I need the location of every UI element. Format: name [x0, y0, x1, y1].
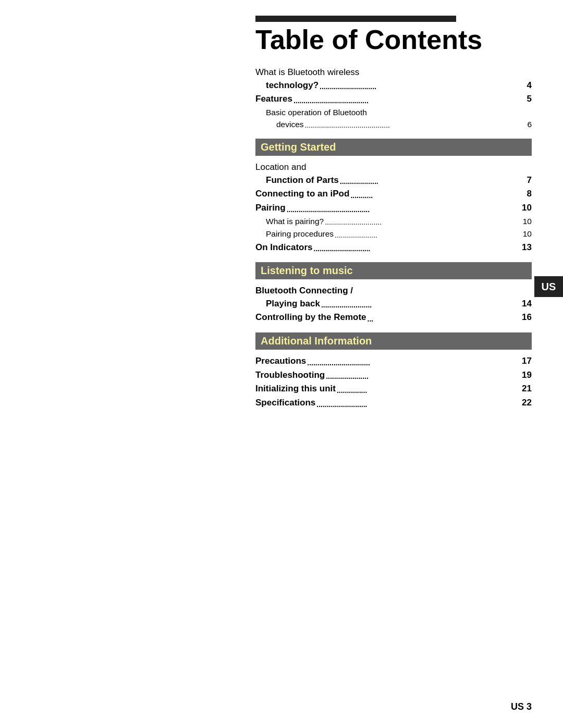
footer-page-number: US 3	[511, 701, 532, 712]
troubleshooting-text: Troubleshooting	[255, 369, 325, 382]
pairing-proc-text: Pairing procedures	[266, 228, 334, 240]
page-title: Table of Contents	[255, 25, 532, 55]
location-dots: ...................	[340, 178, 526, 185]
troubleshooting-row: Troubleshooting ..................... 19	[255, 369, 532, 382]
features-row: Features ...............................…	[255, 93, 532, 106]
what-pairing-dots: ............................	[325, 218, 522, 226]
precautions-row: Precautions ............................…	[255, 355, 532, 368]
what-pairing-text: What is pairing?	[266, 216, 324, 227]
toc-entry-specifications: Specifications .........................…	[255, 397, 532, 410]
what-pairing-page: 10	[523, 216, 532, 227]
toc-entry-bluetooth: What is Bluetooth wireless technology? .…	[255, 66, 532, 92]
bluetooth-line2: technology? ............................…	[255, 79, 532, 92]
troubleshooting-page: 19	[522, 369, 532, 382]
pairing-dots: ........................................…	[287, 206, 521, 213]
indicators-dots: ............................	[314, 245, 521, 252]
specs-page: 22	[522, 397, 532, 410]
bt-conn-line2: Playing back ......................... 1…	[255, 298, 532, 311]
initializing-dots: ...............	[337, 387, 521, 394]
connecting-page: 8	[527, 188, 532, 201]
location-line2: Function of Parts ................... 7	[255, 174, 532, 187]
basic-op-line2: devices ................................…	[266, 119, 532, 130]
initializing-page: 21	[522, 382, 532, 396]
features-text: Features	[255, 93, 292, 106]
getting-started-header: Getting Started	[255, 139, 532, 156]
what-pairing-row: What is pairing? .......................…	[266, 216, 532, 227]
indicators-text: On Indicators	[255, 241, 313, 254]
bluetooth-line1: What is Bluetooth wireless	[255, 66, 532, 79]
toc-entry-indicators: On Indicators ..........................…	[255, 241, 532, 254]
pairing-proc-row: Pairing procedures .....................…	[266, 228, 532, 240]
indicators-row: On Indicators ..........................…	[255, 241, 532, 254]
toc-entry-connecting: Connecting to an iPod ........... 8	[255, 188, 532, 201]
listening-header: Listening to music	[255, 262, 532, 279]
bt-conn-text: Playing back	[266, 298, 320, 311]
pairing-page: 10	[522, 202, 532, 215]
specs-row: Specifications .........................…	[255, 397, 532, 410]
features-page: 5	[527, 93, 532, 106]
connecting-row: Connecting to an iPod ........... 8	[255, 188, 532, 201]
bluetooth-dots: ............................	[320, 83, 525, 90]
toc-entry-pairing: Pairing ................................…	[255, 202, 532, 215]
us-badge: US	[534, 276, 563, 297]
pairing-proc-page: 10	[523, 228, 532, 240]
troubleshooting-dots: .....................	[326, 373, 521, 380]
footer-us-label: US	[511, 701, 524, 712]
pairing-proc-dots: .....................	[335, 231, 522, 239]
bt-conn-dots: .........................	[321, 301, 521, 309]
toc-entry-features: Features ...............................…	[255, 93, 532, 106]
specs-dots: .........................	[316, 401, 521, 408]
toc-entry-location: Location and Function of Parts .........…	[255, 161, 532, 187]
toc-entry-troubleshooting: Troubleshooting ..................... 19	[255, 369, 532, 382]
content-area: Table of Contents What is Bluetooth wire…	[255, 0, 532, 410]
toc-entry-pairing-proc: Pairing procedures .....................…	[255, 228, 532, 240]
features-dots: .....................................	[293, 97, 526, 104]
us-badge-label: US	[542, 281, 556, 293]
initializing-row: Initializing this unit ............... 2…	[255, 382, 532, 396]
listening-label: Listening to music	[261, 265, 353, 276]
toc-entry-bt-connecting: Bluetooth Connecting / Playing back ....…	[255, 285, 532, 310]
footer-3-label: 3	[527, 701, 532, 712]
basic-op-text: devices	[276, 119, 304, 130]
toc-entry-basic-op: Basic operation of Bluetooth devices ...…	[255, 107, 532, 130]
precautions-dots: ...............................	[307, 359, 521, 366]
toc-entry-precautions: Precautions ............................…	[255, 355, 532, 368]
location-page: 7	[527, 174, 532, 187]
controlling-row: Controlling by the Remote ... 16	[255, 311, 532, 324]
controlling-page: 16	[522, 311, 532, 324]
page: Table of Contents What is Bluetooth wire…	[0, 0, 563, 728]
specs-text: Specifications	[255, 397, 315, 410]
additional-info-label: Additional Information	[261, 335, 372, 347]
controlling-dots: ...	[368, 315, 521, 323]
initializing-text: Initializing this unit	[255, 382, 336, 396]
bluetooth-line2-text: technology?	[266, 79, 319, 92]
bluetooth-page: 4	[527, 79, 532, 92]
basic-op-page: 6	[527, 119, 532, 130]
connecting-text: Connecting to an iPod	[255, 188, 349, 201]
basic-op-line1: Basic operation of Bluetooth	[266, 107, 532, 118]
precautions-page: 17	[522, 355, 532, 368]
connecting-dots: ...........	[350, 192, 525, 199]
pairing-text: Pairing	[255, 202, 286, 215]
precautions-text: Precautions	[255, 355, 306, 368]
bt-conn-page: 14	[522, 298, 532, 311]
getting-started-label: Getting Started	[261, 141, 336, 153]
toc-entry-what-pairing: What is pairing? .......................…	[255, 216, 532, 227]
location-line1: Location and	[255, 161, 532, 174]
bt-conn-line1: Bluetooth Connecting /	[255, 285, 532, 298]
pairing-row: Pairing ................................…	[255, 202, 532, 215]
location-text: Function of Parts	[266, 174, 339, 187]
basic-op-dots: ........................................…	[305, 121, 527, 129]
controlling-text: Controlling by the Remote	[255, 311, 366, 324]
toc-entry-controlling: Controlling by the Remote ... 16	[255, 311, 532, 324]
indicators-page: 13	[522, 241, 532, 254]
toc-entry-initializing: Initializing this unit ............... 2…	[255, 382, 532, 396]
additional-info-header: Additional Information	[255, 332, 532, 350]
top-bar	[255, 16, 456, 22]
